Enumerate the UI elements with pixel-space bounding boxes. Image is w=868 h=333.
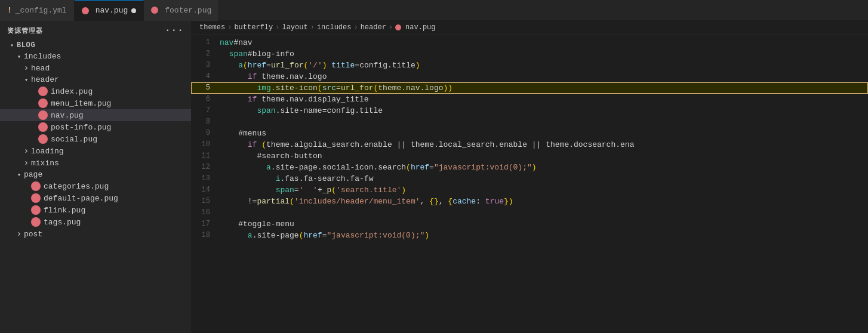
- pug-icon-post-info: [38, 122, 48, 132]
- code-editor[interactable]: 1 nav#nav 2 span#blog-info 3 a(href=url_…: [191, 35, 868, 333]
- line-num-17: 17: [191, 218, 220, 230]
- breadcrumb: themes › butterfly › layout › includes ›…: [191, 21, 868, 35]
- sidebar-item-head-label: head: [31, 64, 50, 73]
- pug-icon-default-page: [31, 193, 41, 203]
- sidebar-item-page[interactable]: page: [0, 169, 191, 180]
- tab-footer-label: footer.pug: [165, 6, 211, 15]
- sidebar-item-header[interactable]: header: [0, 74, 191, 85]
- editor-area: themes › butterfly › layout › includes ›…: [191, 21, 868, 333]
- sidebar-item-social-pug[interactable]: social.pug: [0, 133, 191, 145]
- sidebar-item-post[interactable]: post: [0, 228, 191, 240]
- sidebar: 资源管理器 ··· BLOG includes head header inde…: [0, 21, 191, 333]
- sidebar-item-mixins-label: mixins: [31, 159, 59, 168]
- line-content-2: span#blog-info: [220, 48, 868, 60]
- sidebar-item-includes[interactable]: includes: [0, 51, 191, 62]
- code-line-9: 9 #menus: [191, 128, 868, 139]
- sidebar-item-index-pug[interactable]: index.pug: [0, 85, 191, 97]
- breadcrumb-includes: includes: [317, 23, 352, 32]
- code-line-11: 11 #search-button: [191, 150, 868, 162]
- code-line-1: 1 nav#nav: [191, 37, 868, 48]
- code-line-8: 8: [191, 116, 868, 128]
- sidebar-item-social-label: social.pug: [51, 135, 97, 144]
- includes-arrow: [14, 53, 24, 60]
- code-line-18: 18 a.site-page(href="javascript:void(0);…: [191, 230, 868, 241]
- sep-4: ›: [353, 23, 358, 32]
- breadcrumb-themes: themes: [199, 23, 225, 32]
- sep-5: ›: [389, 23, 393, 32]
- sidebar-item-nav-pug-label: nav.pug: [51, 111, 84, 120]
- line-num-10: 10: [191, 139, 220, 150]
- code-line-15: 15 !=partial('includes/header/menu_item'…: [191, 196, 868, 207]
- tab-bar: ! _config.yml nav.pug footer.pug: [0, 0, 868, 21]
- pug-icon-flink: [31, 205, 41, 215]
- sidebar-item-mixins[interactable]: mixins: [0, 157, 191, 169]
- line-num-4: 4: [191, 71, 220, 82]
- line-content-13: i.fas.fa-search.fa-fw: [220, 173, 868, 184]
- line-num-6: 6: [191, 94, 220, 105]
- sidebar-item-post-info-pug[interactable]: post-info.pug: [0, 121, 191, 133]
- code-line-3: 3 a(href=url_for('/') title=config.title…: [191, 60, 868, 71]
- line-num-16: 16: [191, 207, 220, 218]
- line-num-1: 1: [191, 37, 220, 48]
- line-num-5: 5: [191, 82, 220, 94]
- sidebar-item-categories-label: categories.pug: [44, 182, 109, 191]
- pug-icon-footer: [151, 7, 158, 14]
- tab-nav[interactable]: nav.pug: [75, 0, 144, 21]
- tree-root-label: BLOG: [17, 41, 35, 50]
- sep-2: ›: [275, 23, 279, 32]
- sidebar-item-head[interactable]: head: [0, 62, 191, 74]
- line-content-4: if theme.nav.logo: [220, 71, 868, 82]
- sidebar-item-categories-pug[interactable]: categories.pug: [0, 180, 191, 192]
- sidebar-more-button[interactable]: ···: [165, 26, 184, 35]
- head-arrow: [21, 63, 31, 73]
- header-arrow: [21, 76, 31, 84]
- pug-icon-index: [38, 87, 48, 96]
- code-line-16: 16: [191, 207, 868, 218]
- breadcrumb-header: header: [361, 23, 386, 32]
- pug-icon-tags: [31, 217, 41, 227]
- line-num-18: 18: [191, 230, 220, 241]
- code-line-14: 14 span=' '+_p('search.title'): [191, 184, 868, 196]
- line-content-14: span=' '+_p('search.title'): [220, 184, 868, 196]
- sidebar-item-menu-item-pug[interactable]: menu_item.pug: [0, 97, 191, 109]
- line-num-2: 2: [191, 48, 220, 60]
- line-num-15: 15: [191, 196, 220, 207]
- tree-root[interactable]: BLOG: [0, 40, 191, 51]
- code-line-10: 10 if (theme.algolia_search.enable || th…: [191, 139, 868, 150]
- line-num-3: 3: [191, 60, 220, 71]
- code-line-7: 7 span.site-name=config.title: [191, 105, 868, 116]
- sidebar-item-flink-label: flink.pug: [44, 206, 85, 215]
- sidebar-item-nav-pug[interactable]: nav.pug: [0, 109, 191, 121]
- pug-icon-breadcrumb: [395, 24, 401, 30]
- line-content-1: nav#nav: [220, 37, 868, 48]
- code-line-5: 5 img.site-icon(src=url_for(theme.nav.lo…: [191, 82, 868, 94]
- line-content-5: img.site-icon(src=url_for(theme.nav.logo…: [220, 82, 868, 94]
- sep-1: ›: [227, 23, 232, 32]
- line-num-9: 9: [191, 128, 220, 139]
- post-arrow: [14, 229, 24, 239]
- line-content-11: #search-button: [220, 150, 868, 162]
- main-layout: 资源管理器 ··· BLOG includes head header inde…: [0, 21, 868, 333]
- line-content-17: #toggle-menu: [220, 218, 868, 230]
- sidebar-item-flink-pug[interactable]: flink.pug: [0, 204, 191, 216]
- tab-footer[interactable]: footer.pug: [144, 0, 219, 21]
- tab-config-label: _config.yml: [16, 6, 67, 15]
- line-content-10: if (theme.algolia_search.enable || theme…: [220, 139, 868, 150]
- line-content-7: span.site-name=config.title: [220, 105, 868, 116]
- line-content-6: if theme.nav.display_title: [220, 94, 868, 105]
- sidebar-item-index-pug-label: index.pug: [51, 87, 93, 96]
- line-num-13: 13: [191, 173, 220, 184]
- tab-config[interactable]: ! _config.yml: [0, 0, 75, 21]
- sidebar-item-default-page-pug[interactable]: default-page.pug: [0, 192, 191, 204]
- sidebar-item-tags-pug[interactable]: tags.pug: [0, 216, 191, 228]
- line-num-7: 7: [191, 105, 220, 116]
- line-content-3: a(href=url_for('/') title=config.title): [220, 60, 868, 71]
- pug-icon-social: [38, 134, 48, 144]
- pug-icon-nav-sidebar: [38, 110, 48, 120]
- line-content-12: a.site-page.social-icon.search(href="jav…: [220, 162, 868, 173]
- sidebar-item-loading[interactable]: loading: [0, 145, 191, 157]
- breadcrumb-layout: layout: [282, 23, 307, 32]
- line-num-11: 11: [191, 150, 220, 162]
- sidebar-item-tags-label: tags.pug: [44, 218, 81, 227]
- code-line-17: 17 #toggle-menu: [191, 218, 868, 230]
